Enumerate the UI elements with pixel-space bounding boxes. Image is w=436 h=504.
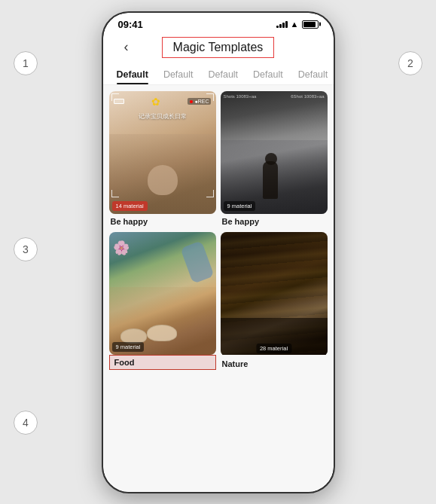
bracket-tl [111,93,119,101]
template-cell-happy-baby[interactable]: ✿ ●REC 记录宝贝成长日常 [109,91,216,228]
signal-bar-4 [285,21,288,28]
caption-nature: Nature [221,356,328,370]
chinese-text: 记录宝贝成长日常 [109,112,216,121]
battery-fill [303,22,316,27]
material-badge-baby: 14 material [112,201,148,211]
bracket-tr [206,93,214,101]
rec-dot-icon [190,100,193,103]
hand-pouring [180,240,214,283]
bowl-1 [120,328,147,344]
template-cell-nature[interactable]: 28 material Nature [221,232,328,370]
template-thumbnail-bridge[interactable]: Shots 10083+aa 6Shot 10083+aa 9 material [221,91,328,214]
caption-happy-baby: Be happy [109,214,216,228]
material-badge-bridge: 9 material [224,201,256,211]
top-nav: ‹ Magic Templates [103,33,334,65]
wifi-icon: ▲ [291,20,299,29]
page-title: Magic Templates [162,37,275,58]
bracket-bl [111,190,119,197]
nature-image [221,232,328,355]
material-badge-food: 9 material [112,342,145,352]
status-time: 09:41 [118,19,143,30]
tab-default-2[interactable]: Default [156,65,201,84]
baby-head-silhouette [148,165,178,195]
caption-food: Food [109,355,216,370]
signal-bar-3 [282,23,285,28]
tab-default-5[interactable]: Default [291,65,334,84]
annotation-1: 1 [14,51,38,75]
food-image: 🌸 [109,232,216,355]
battery-icon [302,20,319,29]
top-info-bar: Shots 10083+aa 6Shot 10083+aa [221,94,328,99]
bowl-2 [147,325,177,341]
status-icons: ▲ [276,20,319,29]
flower-decoration: 🌸 [113,240,130,256]
phone-shell: 1 2 3 4 09:41 ▲ [0,0,436,504]
person-head [265,153,277,165]
signal-bars-icon [276,20,288,28]
annotation-3: 3 [14,237,38,261]
template-cell-food[interactable]: 🌸 9 material Food [109,232,216,370]
grid-row-1: ✿ ●REC 记录宝贝成长日常 [109,91,328,228]
signal-bar-2 [279,24,282,28]
template-thumbnail-food[interactable]: 🌸 9 material [109,232,216,355]
bridge-image: Shots 10083+aa 6Shot 10083+aa [221,91,328,214]
template-thumbnail-nature[interactable]: 28 material [221,232,328,356]
tabs-row: Default Default Default Default Default … [103,65,334,85]
sun-icon: ✿ [151,96,160,108]
phone-frame: 09:41 ▲ ‹ [102,11,335,493]
annotation-2: 2 [398,51,422,75]
bracket-br [206,190,214,197]
recording-bar: ✿ ●REC [109,96,216,108]
caption-happy-bridge: Be happy [221,214,328,228]
template-thumbnail-baby[interactable]: ✿ ●REC 记录宝贝成长日常 [109,91,216,214]
signal-bar-1 [276,26,279,28]
phone-screen: 09:41 ▲ ‹ [103,13,334,492]
material-badge-nature: 28 material [256,344,291,353]
page-title-text: Magic Templates [173,41,264,53]
baby-image: ✿ ●REC 记录宝贝成长日常 [109,91,216,214]
back-button[interactable]: ‹ [115,36,138,59]
annotation-4: 4 [14,411,38,435]
status-bar: 09:41 ▲ [103,13,334,33]
tab-default-1[interactable]: Default [109,65,156,84]
back-chevron-icon: ‹ [124,39,129,55]
grid-content: ✿ ●REC 记录宝贝成长日常 [103,85,334,492]
grid-row-2: 🌸 9 material Food [109,232,328,370]
tab-default-3[interactable]: Default [200,65,245,84]
template-cell-happy-bridge[interactable]: Shots 10083+aa 6Shot 10083+aa 9 material [221,91,328,228]
person-silhouette [263,161,278,199]
tab-default-4[interactable]: Default [245,65,291,84]
